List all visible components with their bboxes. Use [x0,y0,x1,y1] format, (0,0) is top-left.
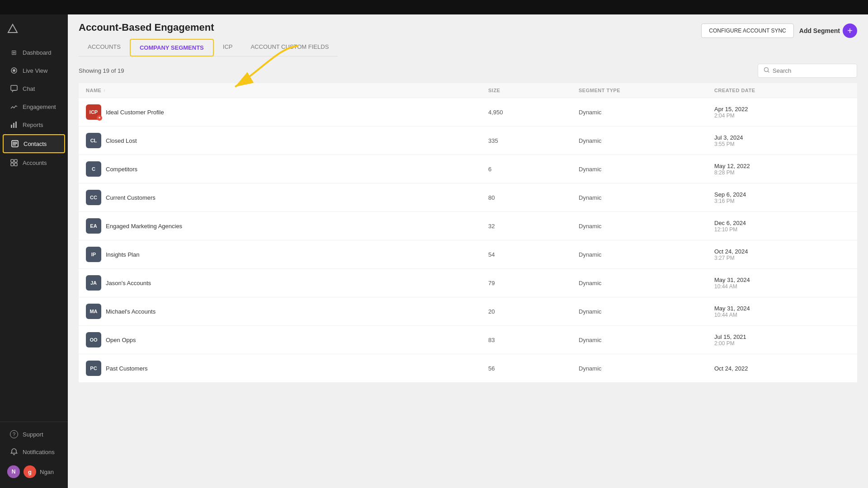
segment-name-cell: C Competitors [86,161,488,177]
user-profile[interactable]: N g Ngan [0,461,68,483]
add-segment-button[interactable]: Add Segment + [799,23,857,38]
svg-rect-7 [13,142,17,143]
segment-name-cell: MA Michael's Accounts [86,304,488,319]
cell-size: 32 [488,223,579,230]
tabs: ACCOUNTS COMPANY SEGMENTS ICP ACCOUNT CU… [79,39,338,56]
cell-created-date: Oct 24, 2024 3:27 PM [714,248,850,261]
topbar [0,0,868,14]
accounts-icon [10,159,18,167]
col-header-size: SIZE [488,88,579,93]
configure-account-sync-button[interactable]: CONFIGURE ACCOUNT SYNC [701,23,793,38]
table-row[interactable]: JA Jason's Accounts 79 Dynamic May 31, 2… [79,269,857,297]
dashboard-icon: ⊞ [10,48,18,56]
cell-size: 4,950 [488,109,579,116]
segment-name: Current Customers [106,194,156,201]
segment-name: Jason's Accounts [106,280,151,286]
cell-created-date: Sep 6, 2024 3:16 PM [714,191,850,204]
chat-icon [10,84,18,93]
tab-icp[interactable]: ICP [214,39,242,56]
col-header-created-date: CREATED DATE [714,88,850,93]
segment-name-cell: JA Jason's Accounts [86,275,488,291]
cell-segment-type: Dynamic [579,365,714,372]
segment-icon: CC [86,190,101,205]
svg-rect-8 [13,143,17,144]
sidebar-item-contacts[interactable]: Contacts [3,134,65,153]
sidebar-divider [0,422,68,422]
cell-size: 54 [488,251,579,258]
page-title: Account-Based Engagement [79,22,338,33]
showing-count: Showing 19 of 19 [79,67,124,74]
sidebar-item-notifications[interactable]: Notifications [3,443,65,460]
cell-created-date: May 31, 2024 10:44 AM [714,277,850,290]
cell-segment-type: Dynamic [579,194,714,201]
svg-rect-13 [14,163,17,166]
segment-name: Closed Lost [106,137,137,144]
page-title-area: Account-Based Engagement ACCOUNTS COMPAN… [79,22,338,56]
table-row[interactable]: EA Engaged Marketing Agencies 32 Dynamic… [79,212,857,240]
table-row[interactable]: IP Insights Plan 54 Dynamic Oct 24, 2024… [79,240,857,269]
segment-name-cell: CC Current Customers [86,190,488,205]
table-row[interactable]: CC Current Customers 80 Dynamic Sep 6, 2… [79,183,857,212]
cell-created-date: Dec 6, 2024 12:10 PM [714,220,850,233]
table-row[interactable]: ICP ✦ Ideal Customer Profile 4,950 Dynam… [79,98,857,127]
table-row[interactable]: CL Closed Lost 335 Dynamic Jul 3, 2024 3… [79,127,857,155]
svg-rect-2 [11,85,17,90]
engagement-icon [10,103,18,111]
svg-rect-4 [13,123,14,128]
sidebar-item-reports[interactable]: Reports [3,116,65,133]
cell-size: 80 [488,194,579,201]
cell-size: 6 [488,166,579,173]
main-content: Account-Based Engagement ACCOUNTS COMPAN… [68,14,868,488]
svg-rect-12 [11,163,14,166]
search-input[interactable] [773,67,851,74]
segment-icon: EA [86,218,101,234]
cell-size: 79 [488,280,579,286]
sidebar-item-dashboard[interactable]: ⊞ Dashboard [3,44,65,61]
segment-name-cell: OO Open Opps [86,332,488,347]
table-row[interactable]: PC Past Customers 56 Dynamic Oct 24, 202… [79,354,857,383]
segments-table: NAME ↑ SIZE SEGMENT TYPE CREATED DATE [79,83,857,383]
segment-icon: OO [86,332,101,347]
table-row[interactable]: MA Michael's Accounts 20 Dynamic May 31,… [79,297,857,326]
svg-text:N: N [12,469,16,475]
sidebar: ⊞ Dashboard Live View Chat Engagement [0,14,68,488]
tab-company-segments[interactable]: COMPANY SEGMENTS [130,39,214,56]
cell-segment-type: Dynamic [579,166,714,173]
cell-created-date: May 12, 2022 8:28 PM [714,163,850,176]
cell-segment-type: Dynamic [579,280,714,286]
sidebar-item-support[interactable]: ? Support [3,426,65,443]
sidebar-item-accounts[interactable]: Accounts [3,154,65,171]
cell-segment-type: Dynamic [579,109,714,116]
segment-icon: MA [86,304,101,319]
cell-created-date: Jul 3, 2024 3:55 PM [714,134,850,147]
sidebar-item-chat[interactable]: Chat [3,80,65,97]
cell-size: 20 [488,308,579,315]
col-header-name: NAME ↑ [86,88,488,93]
table-header: NAME ↑ SIZE SEGMENT TYPE CREATED DATE [79,83,857,98]
g-avatar: g [24,465,36,478]
tab-account-custom-fields[interactable]: ACCOUNT CUSTOM FIELDS [241,39,338,56]
segment-icon: C [86,161,101,177]
cell-size: 335 [488,137,579,144]
svg-rect-9 [13,145,16,145]
search-box[interactable] [758,64,857,78]
cell-created-date: Oct 24, 2022 [714,365,850,372]
support-icon: ? [10,430,18,438]
sidebar-item-engagement[interactable]: Engagement [3,98,65,115]
segment-name: Ideal Customer Profile [106,109,164,116]
table-row[interactable]: OO Open Opps 83 Dynamic Jul 15, 2021 2:0… [79,326,857,354]
table-row[interactable]: C Competitors 6 Dynamic May 12, 2022 8:2… [79,155,857,183]
search-icon [764,67,770,75]
sidebar-item-live-view[interactable]: Live View [3,62,65,79]
add-segment-plus-icon[interactable]: + [843,23,857,38]
segment-name-cell: CL Closed Lost [86,133,488,148]
cell-segment-type: Dynamic [579,308,714,315]
reports-icon [10,121,18,129]
header-actions: CONFIGURE ACCOUNT SYNC Add Segment + [701,22,857,38]
segment-name: Engaged Marketing Agencies [106,223,182,230]
app-logo[interactable] [0,20,68,43]
sort-icon: ↑ [103,88,106,93]
contacts-icon [11,140,19,148]
cell-segment-type: Dynamic [579,337,714,343]
tab-accounts[interactable]: ACCOUNTS [79,39,130,56]
